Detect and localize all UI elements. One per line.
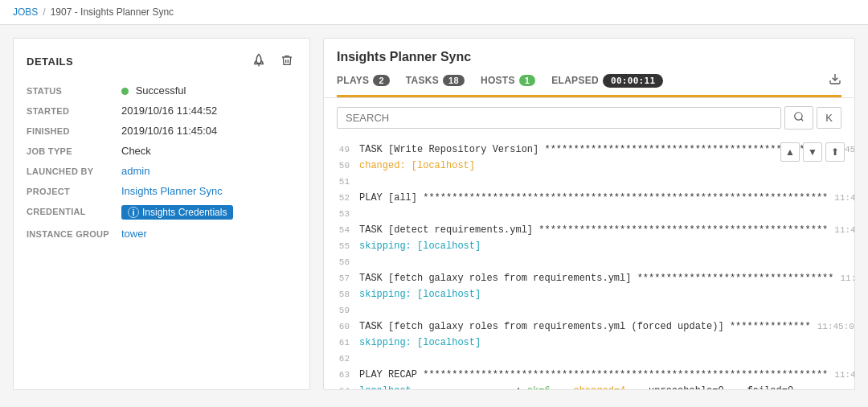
credential-badge[interactable]: i Insights Credentials [121, 205, 233, 220]
output-line: 61skipping: [localhost] [324, 337, 854, 353]
line-number: 54 [330, 224, 359, 235]
line-time [841, 353, 848, 354]
hosts-count: 1 [519, 75, 535, 86]
scroll-down-button[interactable]: ▼ [803, 142, 822, 162]
main-content: DETAILS [0, 25, 868, 403]
line-time [841, 257, 848, 257]
launched-by-value[interactable]: admin [121, 165, 297, 177]
output-line: 52PLAY [all] ***************************… [324, 192, 854, 208]
plays-stat: PLAYS 2 [337, 75, 390, 86]
svg-point-2 [795, 113, 802, 120]
output-area[interactable]: ▲ ▼ ⬆ 49TASK [Write Repository Version] … [324, 138, 854, 389]
line-time [841, 385, 848, 386]
credential-label: CREDENTIAL [27, 205, 115, 216]
search-button[interactable] [784, 106, 813, 130]
project-value[interactable]: Insights Planner Sync [121, 185, 297, 197]
credential-row: CREDENTIAL i Insights Credentials [27, 205, 297, 220]
plays-count: 2 [373, 75, 389, 86]
line-time [841, 337, 848, 338]
output-line: 58skipping: [localhost] [324, 289, 854, 305]
line-number: 57 [330, 273, 359, 283]
line-number: 53 [330, 208, 359, 219]
breadcrumb-jobs-link[interactable]: JOBS [13, 6, 38, 18]
line-time [841, 240, 848, 241]
output-line: 54TASK [detect requirements.yml] *******… [324, 224, 854, 240]
launched-by-row: LAUNCHED BY admin [27, 165, 297, 177]
details-icons [248, 51, 297, 72]
status-value: Successful [121, 84, 297, 97]
line-number: 49 [330, 144, 359, 154]
started-value: 2019/10/16 11:44:52 [121, 105, 297, 117]
line-content: PLAY RECAP *****************************… [359, 369, 828, 380]
output-line: 62 [324, 353, 854, 369]
line-number: 58 [330, 289, 359, 299]
finished-value: 2019/10/16 11:45:04 [121, 125, 297, 137]
breadcrumb-separator: / [43, 6, 45, 18]
output-line: 56 [324, 257, 854, 273]
output-controls: ▲ ▼ ⬆ [780, 142, 845, 162]
line-time: 11:45:02 [828, 369, 854, 380]
download-icon[interactable] [829, 72, 841, 88]
line-number: 52 [330, 192, 359, 203]
line-content: localhost : ok=6 changed=4 unreachable=0… [359, 385, 841, 389]
line-time: 11:45:02 [828, 192, 854, 203]
line-number: 59 [330, 305, 359, 315]
finished-label: FINISHED [27, 125, 115, 136]
line-time [841, 305, 848, 306]
elapsed-label: ELAPSED [551, 75, 599, 86]
line-number: 61 [330, 337, 359, 347]
info-icon: i [128, 207, 139, 218]
line-time [841, 176, 848, 177]
output-lines: 49TASK [Write Repository Version] ******… [324, 138, 854, 389]
line-content: TASK [fetch galaxy roles from requiremen… [359, 273, 834, 284]
rocket-button[interactable] [248, 51, 269, 72]
status-label: STATUS [27, 84, 115, 96]
line-time: 11:45:02 [811, 321, 854, 331]
output-line: 59 [324, 305, 854, 321]
scroll-top-button[interactable]: ⬆ [825, 142, 845, 162]
line-number: 60 [330, 321, 359, 331]
line-number: 63 [330, 369, 359, 380]
started-row: STARTED 2019/10/16 11:44:52 [27, 105, 297, 117]
credential-value: i Insights Credentials [121, 205, 297, 220]
instance-group-value[interactable]: tower [121, 228, 297, 240]
search-k-button[interactable]: K [817, 107, 841, 129]
output-panel: Insights Planner Sync PLAYS 2 TASKS 18 H… [323, 38, 855, 390]
line-content: TASK [fetch galaxy roles from requiremen… [359, 321, 811, 332]
stats-row: PLAYS 2 TASKS 18 HOSTS 1 ELAPSED 00:00:1… [337, 72, 841, 88]
output-line: 63PLAY RECAP ***************************… [324, 369, 854, 385]
instance-group-row: INSTANCE GROUP tower [27, 228, 297, 240]
breadcrumb-current: 1907 - Insights Planner Sync [51, 6, 174, 18]
launched-by-label: LAUNCHED BY [27, 165, 115, 176]
line-content: TASK [detect requirements.yml] *********… [359, 224, 828, 236]
delete-button[interactable] [277, 52, 297, 71]
output-title: Insights Planner Sync [337, 50, 841, 64]
line-time: 11:45:02 [828, 224, 854, 235]
hosts-stat: HOSTS 1 [481, 75, 535, 86]
output-header: Insights Planner Sync PLAYS 2 TASKS 18 H… [324, 39, 854, 98]
job-type-row: JOB TYPE Check [27, 145, 297, 157]
output-line: 55skipping: [localhost] [324, 240, 854, 257]
line-number: 50 [330, 160, 359, 171]
instance-group-label: INSTANCE GROUP [27, 228, 115, 239]
search-input[interactable] [337, 107, 781, 129]
output-line: 50changed: [localhost] [324, 160, 854, 176]
line-time: 11:45:02 [834, 273, 855, 283]
line-content: skipping: [localhost] [359, 337, 841, 348]
search-row: K [324, 98, 854, 138]
scroll-up-button[interactable]: ▲ [780, 142, 800, 162]
status-dot-green [121, 88, 129, 95]
credential-badge-text: Insights Credentials [142, 207, 227, 218]
line-time [841, 208, 848, 209]
finished-row: FINISHED 2019/10/16 11:45:04 [27, 125, 297, 137]
details-header: DETAILS [27, 51, 297, 72]
elapsed-stat: ELAPSED 00:00:11 [551, 74, 663, 88]
line-number: 55 [330, 240, 359, 251]
line-number: 51 [330, 176, 359, 187]
status-row: STATUS Successful [27, 84, 297, 97]
tasks-count: 18 [443, 75, 465, 86]
line-content: skipping: [localhost] [359, 240, 841, 252]
plays-label: PLAYS [337, 75, 369, 86]
output-line: 60TASK [fetch galaxy roles from requirem… [324, 321, 854, 337]
output-line: 64localhost : ok=6 changed=4 unreachable… [324, 385, 854, 389]
